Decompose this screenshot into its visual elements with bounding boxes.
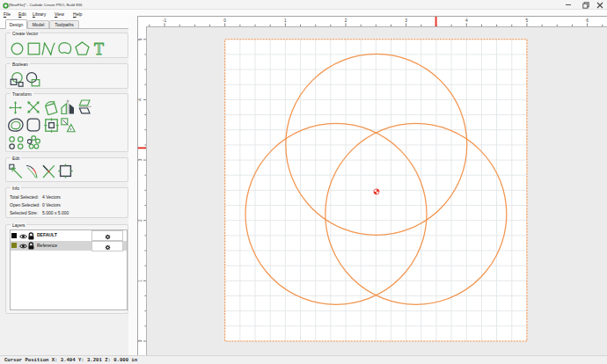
svg-text:1: 1 xyxy=(284,18,287,23)
svg-text:T: T xyxy=(94,40,104,56)
svg-text:2: 2 xyxy=(138,219,143,222)
svg-text:2: 2 xyxy=(345,18,347,23)
svg-text:1: 1 xyxy=(138,280,143,282)
svg-text:5: 5 xyxy=(526,18,529,23)
svg-text:3: 3 xyxy=(405,18,407,23)
svg-text:4: 4 xyxy=(465,18,468,23)
svg-text:-1: -1 xyxy=(163,18,167,23)
svg-text:6: 6 xyxy=(586,18,589,23)
svg-text:5: 5 xyxy=(138,38,143,40)
svg-text:4: 4 xyxy=(138,98,143,101)
svg-text:0: 0 xyxy=(223,18,226,23)
svg-text:3: 3 xyxy=(138,158,143,161)
svg-text:0: 0 xyxy=(138,339,143,342)
